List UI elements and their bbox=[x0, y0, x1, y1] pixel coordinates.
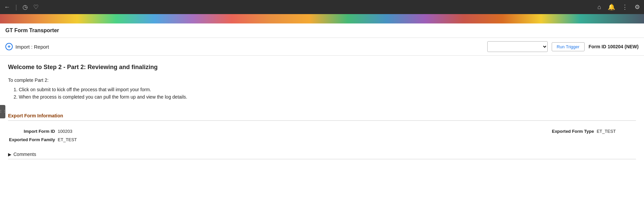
import-form-id-value: 100203 bbox=[58, 129, 72, 134]
comments-divider bbox=[8, 159, 636, 159]
settings-icon[interactable]: ⚙ bbox=[635, 3, 640, 11]
main-content: ⋮⋮ Welcome to Step 2 - Part 2: Reviewing… bbox=[0, 56, 644, 223]
app-title-bar: GT Form Transporter bbox=[0, 23, 644, 38]
top-bar-left: ← | ◷ ♡ bbox=[4, 3, 39, 11]
home-icon[interactable]: ⌂ bbox=[597, 4, 601, 11]
bell-icon[interactable]: 🔔 bbox=[608, 3, 615, 11]
steps-list: Click on submit to kick off the process … bbox=[19, 87, 636, 100]
history-icon[interactable]: ◷ bbox=[22, 3, 28, 11]
import-plus-icon[interactable]: + bbox=[5, 43, 13, 50]
export-section-title: Export Form Information bbox=[8, 110, 636, 118]
fields-container: Import Form ID 100203 Exported Form Fami… bbox=[8, 126, 636, 145]
header-right: Run Trigger Form ID 100204 (NEW) bbox=[487, 41, 639, 52]
form-id-label: Form ID 100204 (NEW) bbox=[589, 44, 639, 49]
exported-form-family-value: ET_TEST bbox=[58, 137, 77, 142]
export-section-divider bbox=[8, 120, 636, 121]
exported-form-type-label: Exported Form Type bbox=[547, 129, 594, 134]
exported-form-family-label: Exported Form Family bbox=[8, 137, 55, 142]
trigger-select[interactable] bbox=[487, 41, 548, 52]
favorite-icon[interactable]: ♡ bbox=[33, 3, 39, 11]
header-row: + Import : Report Run Trigger Form ID 10… bbox=[0, 38, 644, 56]
exported-form-type-value: ET_TEST bbox=[597, 129, 616, 134]
banner-strip bbox=[0, 14, 644, 23]
fields-left: Import Form ID 100203 Exported Form Fami… bbox=[8, 129, 77, 142]
comments-toggle[interactable]: ▶ Comments bbox=[8, 152, 636, 157]
back-icon[interactable]: ← bbox=[4, 4, 10, 11]
comments-label: Comments bbox=[13, 152, 36, 157]
import-form-id-label: Import Form ID bbox=[8, 129, 55, 134]
fields-right: Exported Form Type ET_TEST bbox=[547, 129, 636, 142]
export-form-section: Export Form Information Import Form ID 1… bbox=[8, 110, 636, 145]
import-label-group: + Import : Report bbox=[5, 43, 49, 50]
comments-arrow-icon: ▶ bbox=[8, 152, 11, 157]
intro-text: To complete Part 2: bbox=[8, 77, 636, 83]
more-icon[interactable]: ⋮ bbox=[622, 3, 628, 11]
top-bar-right: ⌂ 🔔 ⋮ ⚙ bbox=[597, 3, 640, 11]
app-title: GT Form Transporter bbox=[5, 27, 59, 33]
top-bar: ← | ◷ ♡ ⌂ 🔔 ⋮ ⚙ bbox=[0, 0, 644, 14]
separator-1: | bbox=[15, 4, 17, 11]
sidebar-handle[interactable]: ⋮⋮ bbox=[0, 105, 5, 118]
step-2: When the process is completed you can pu… bbox=[19, 94, 636, 100]
welcome-heading: Welcome to Step 2 - Part 2: Reviewing an… bbox=[8, 64, 636, 71]
run-trigger-button[interactable]: Run Trigger bbox=[552, 42, 585, 51]
exported-form-family-group: Exported Form Family ET_TEST bbox=[8, 137, 77, 142]
import-label-text: Import : Report bbox=[15, 44, 49, 50]
exported-form-type-group: Exported Form Type ET_TEST bbox=[547, 129, 616, 134]
comments-section: ▶ Comments bbox=[8, 152, 636, 159]
import-form-id-group: Import Form ID 100203 bbox=[8, 129, 77, 134]
step-1: Click on submit to kick off the process … bbox=[19, 87, 636, 92]
